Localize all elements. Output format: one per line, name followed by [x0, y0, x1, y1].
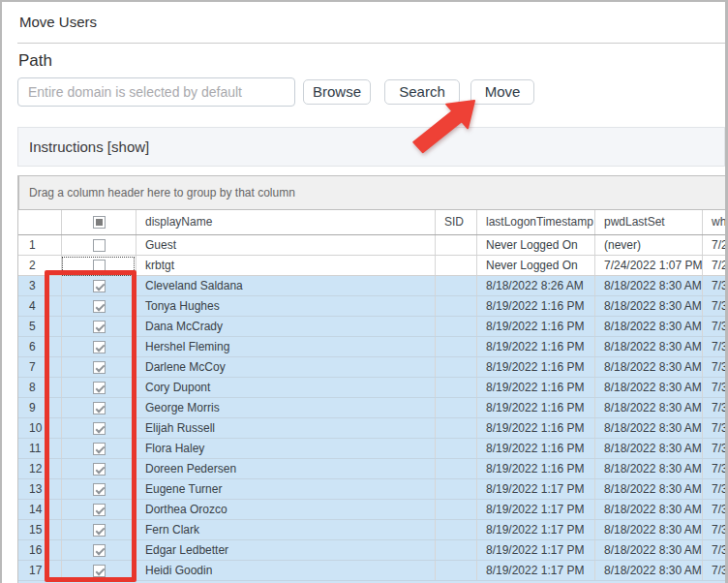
row-checkbox[interactable]: [93, 544, 106, 557]
row-checkbox[interactable]: [93, 300, 106, 313]
cell-lastlogon: 8/19/2022 1:16 PM: [477, 357, 595, 377]
table-row[interactable]: 11Flora Haley8/19/2022 1:16 PM8/18/2022 …: [18, 439, 728, 459]
cell-sid: [436, 418, 477, 438]
row-checkbox[interactable]: [93, 361, 106, 374]
path-input[interactable]: [17, 77, 295, 107]
instructions-toggle[interactable]: Instructions [show]: [17, 127, 725, 167]
row-checkbox[interactable]: [93, 443, 106, 455]
table-row[interactable]: 6Hershel Fleming8/19/2022 1:16 PM8/18/20…: [18, 337, 728, 357]
row-select-cell[interactable]: [62, 418, 136, 438]
row-select-cell[interactable]: [62, 439, 136, 458]
browse-button[interactable]: Browse: [303, 79, 371, 105]
group-by-panel[interactable]: Drag a column header here to group by th…: [18, 175, 728, 210]
row-select-cell[interactable]: [62, 357, 136, 377]
row-select-cell[interactable]: [62, 276, 136, 295]
row-checkbox[interactable]: [93, 239, 106, 252]
table-row[interactable]: 4Tonya Hughes8/19/2022 1:16 PM8/18/2022 …: [18, 296, 728, 317]
cell-sid: [436, 235, 477, 255]
row-number: 4: [18, 296, 62, 316]
cell-pwdlastset: 8/18/2022 8:30 AM: [595, 439, 703, 458]
row-select-cell[interactable]: [62, 561, 136, 580]
column-header-sid[interactable]: SID: [436, 210, 477, 234]
column-header-when[interactable]: whe: [703, 210, 728, 234]
table-row[interactable]: 13Eugene Turner8/19/2022 1:17 PM8/18/202…: [18, 479, 728, 500]
row-checkbox[interactable]: [93, 463, 106, 476]
cell-when: 7/3: [703, 418, 728, 438]
row-checkbox[interactable]: [93, 565, 106, 577]
cell-displayname: Dorthea Orozco: [136, 500, 436, 519]
table-row[interactable]: 5Dana McCrady8/19/2022 1:16 PM8/18/2022 …: [18, 317, 728, 337]
row-checkbox[interactable]: [93, 382, 106, 394]
cell-sid: [436, 479, 477, 499]
column-header-pwdlastset[interactable]: pwdLastSet: [595, 210, 703, 234]
select-all-checkbox[interactable]: [93, 216, 106, 229]
row-select-cell[interactable]: [62, 378, 136, 397]
row-number: 5: [18, 317, 62, 336]
cell-pwdlastset: 8/18/2022 8:30 AM: [595, 296, 703, 316]
move-button[interactable]: Move: [470, 79, 534, 105]
row-checkbox[interactable]: [93, 280, 106, 292]
row-select-cell[interactable]: [62, 520, 136, 539]
cell-when: 7/3: [703, 561, 728, 580]
column-header-displayname[interactable]: displayName: [136, 210, 436, 234]
cell-pwdlastset: 8/18/2022 8:30 AM: [595, 418, 703, 438]
row-select-cell[interactable]: [62, 500, 136, 519]
cell-displayname: George Morris: [136, 398, 436, 417]
table-row[interactable]: 9George Morris8/19/2022 1:16 PM8/18/2022…: [18, 398, 728, 418]
row-select-cell[interactable]: [62, 256, 136, 275]
cell-when: 7/3: [703, 520, 728, 539]
cell-sid: [436, 459, 477, 478]
cell-lastlogon: 8/19/2022 1:17 PM: [477, 561, 595, 580]
cell-sid: [436, 561, 477, 580]
row-checkbox[interactable]: [93, 402, 106, 414]
page-title: Move Users: [19, 14, 97, 30]
row-checkbox[interactable]: [93, 422, 106, 435]
row-select-cell[interactable]: [62, 540, 136, 560]
row-checkbox[interactable]: [93, 483, 106, 496]
row-select-cell[interactable]: [62, 479, 136, 499]
row-checkbox[interactable]: [93, 260, 106, 272]
row-number: 9: [18, 398, 62, 417]
cell-when: 7/3: [703, 398, 728, 417]
cell-sid: [436, 378, 477, 397]
cell-pwdlastset: 8/18/2022 8:30 AM: [595, 398, 703, 417]
column-header-select: [62, 210, 136, 234]
column-header-lastlogon[interactable]: lastLogonTimestamp: [477, 210, 595, 234]
cell-sid: [436, 296, 477, 316]
row-select-cell[interactable]: [62, 296, 136, 316]
table-row[interactable]: 17Heidi Goodin8/19/2022 1:17 PM8/18/2022…: [18, 561, 728, 581]
row-select-cell[interactable]: [62, 235, 136, 255]
table-row[interactable]: 8Cory Dupont8/19/2022 1:16 PM8/18/2022 8…: [18, 378, 728, 398]
row-checkbox[interactable]: [93, 321, 106, 333]
row-select-cell[interactable]: [62, 317, 136, 336]
grid-rows: 1GuestNever Logged On(never)7/22krbtgtNe…: [18, 235, 728, 583]
table-row[interactable]: 15Fern Clark8/19/2022 1:17 PM8/18/2022 8…: [18, 520, 728, 540]
cell-lastlogon: 8/19/2022 1:16 PM: [477, 337, 595, 356]
row-select-cell[interactable]: [62, 459, 136, 478]
table-row[interactable]: 16Edgar Ledbetter8/19/2022 1:17 PM8/18/2…: [18, 540, 728, 561]
table-row[interactable]: 10Elijah Russell8/19/2022 1:16 PM8/18/20…: [18, 418, 728, 439]
table-row[interactable]: 3Cleveland Saldana8/18/2022 8:26 AM8/18/…: [18, 276, 728, 296]
search-button[interactable]: Search: [384, 79, 460, 105]
cell-displayname: Eugene Turner: [136, 479, 436, 499]
table-row[interactable]: 14Dorthea Orozco8/19/2022 1:17 PM8/18/20…: [18, 500, 728, 520]
table-row[interactable]: 12Doreen Pedersen8/19/2022 1:16 PM8/18/2…: [18, 459, 728, 479]
table-row[interactable]: 1GuestNever Logged On(never)7/2: [18, 235, 728, 256]
cell-displayname: Doreen Pedersen: [136, 459, 436, 478]
cell-pwdlastset: (never): [595, 235, 703, 255]
table-row[interactable]: 7Darlene McCoy8/19/2022 1:16 PM8/18/2022…: [18, 357, 728, 378]
row-number: 11: [18, 439, 62, 458]
row-select-cell[interactable]: [62, 337, 136, 356]
cell-displayname: krbtgt: [136, 256, 436, 275]
row-checkbox[interactable]: [93, 504, 106, 516]
row-number: 3: [18, 276, 62, 295]
row-checkbox[interactable]: [93, 341, 106, 353]
cell-pwdlastset: 8/18/2022 8:30 AM: [595, 500, 703, 519]
cell-lastlogon: 8/19/2022 1:16 PM: [477, 439, 595, 458]
table-row[interactable]: 2krbtgtNever Logged On7/24/2022 1:07 PM7…: [18, 256, 728, 276]
cell-when: 7/3: [703, 357, 728, 377]
cell-lastlogon: 8/19/2022 1:16 PM: [477, 459, 595, 478]
cell-when: 7/3: [703, 337, 728, 356]
row-checkbox[interactable]: [93, 524, 106, 537]
row-select-cell[interactable]: [62, 398, 136, 417]
